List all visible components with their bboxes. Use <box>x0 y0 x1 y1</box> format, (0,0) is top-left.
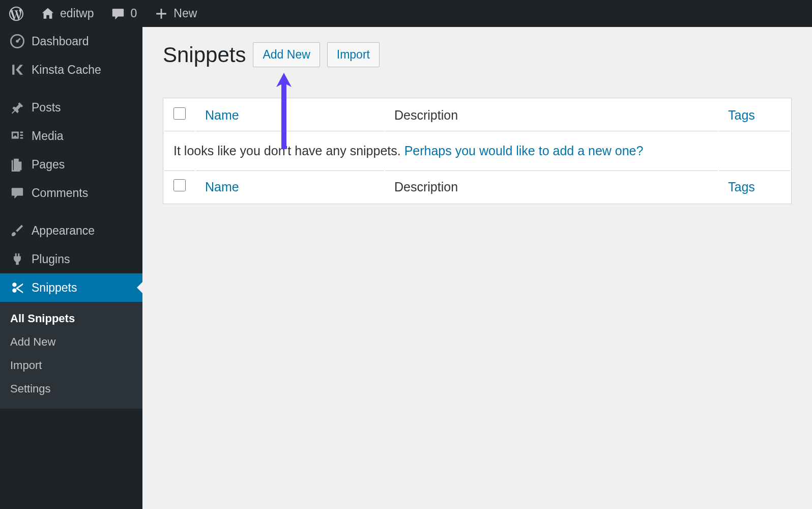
sidebar-item-plugins[interactable]: Plugins <box>0 245 142 273</box>
column-name-footer[interactable]: Name <box>196 171 384 203</box>
new-content-link[interactable]: New <box>150 7 201 21</box>
sidebar-item-label: Plugins <box>32 252 70 266</box>
select-all-checkbox-footer[interactable] <box>173 179 186 191</box>
dashboard-icon <box>10 34 24 48</box>
column-description: Description <box>385 99 718 131</box>
add-new-button[interactable]: Add New <box>253 42 320 67</box>
select-all-footer <box>164 171 195 203</box>
comments-count: 0 <box>130 7 137 20</box>
sidebar-submenu: All Snippets Add New Import Settings <box>0 302 142 409</box>
submenu-add-new[interactable]: Add New <box>0 330 142 354</box>
menu-separator <box>0 84 142 93</box>
pages-icon <box>10 157 24 172</box>
sidebar-item-label: Media <box>32 129 64 143</box>
submenu-import[interactable]: Import <box>0 354 142 377</box>
menu-separator <box>0 207 142 216</box>
new-label: New <box>173 7 197 20</box>
select-all-header <box>164 99 195 131</box>
comment-icon <box>10 186 24 200</box>
empty-row: It looks like you don't have any snippet… <box>164 132 790 169</box>
admin-sidebar: Dashboard Kinsta Cache Posts Media Pages… <box>0 27 142 509</box>
admin-bar: editwp 0 New <box>0 0 812 27</box>
sidebar-item-label: Posts <box>32 101 61 115</box>
sidebar-item-label: Comments <box>32 186 88 200</box>
column-tags-footer[interactable]: Tags <box>719 171 790 203</box>
wp-logo[interactable] <box>5 7 27 21</box>
submenu-settings[interactable]: Settings <box>0 377 142 401</box>
sidebar-item-posts[interactable]: Posts <box>0 93 142 122</box>
page-header: Snippets Add New Import <box>163 42 792 67</box>
sidebar-item-pages[interactable]: Pages <box>0 150 142 179</box>
sidebar-item-kinsta-cache[interactable]: Kinsta Cache <box>0 55 142 84</box>
site-name: editwp <box>60 7 94 20</box>
sidebar-item-dashboard[interactable]: Dashboard <box>0 27 142 55</box>
plug-icon <box>10 252 24 266</box>
empty-add-link[interactable]: Perhaps you would like to add a new one? <box>404 144 644 158</box>
scissors-icon <box>10 280 24 295</box>
sidebar-item-label: Appearance <box>32 224 95 238</box>
comments-link[interactable]: 0 <box>107 7 141 21</box>
wordpress-icon <box>9 7 23 21</box>
brush-icon <box>10 223 24 238</box>
submenu-all-snippets[interactable]: All Snippets <box>0 307 142 330</box>
sidebar-item-label: Kinsta Cache <box>32 63 101 77</box>
sidebar-item-comments[interactable]: Comments <box>0 179 142 207</box>
comment-icon <box>111 7 125 21</box>
column-tags[interactable]: Tags <box>719 99 790 131</box>
media-icon <box>10 129 24 143</box>
sidebar-item-label: Dashboard <box>32 35 89 48</box>
select-all-checkbox[interactable] <box>173 107 186 120</box>
import-button[interactable]: Import <box>327 42 380 67</box>
sidebar-item-appearance[interactable]: Appearance <box>0 216 142 245</box>
site-link[interactable]: editwp <box>37 7 98 21</box>
page-title: Snippets <box>163 43 246 67</box>
svg-point-1 <box>16 40 19 43</box>
column-name[interactable]: Name <box>196 99 384 131</box>
home-icon <box>41 7 55 21</box>
sidebar-item-label: Pages <box>32 158 65 172</box>
sidebar-item-label: Snippets <box>32 281 77 295</box>
column-description-footer: Description <box>385 171 718 203</box>
sidebar-item-media[interactable]: Media <box>0 122 142 150</box>
empty-text: It looks like you don't have any snippet… <box>173 144 404 158</box>
plus-icon <box>154 7 168 21</box>
main-content: Snippets Add New Import Name Description… <box>142 27 812 509</box>
sidebar-item-snippets[interactable]: Snippets <box>0 273 142 302</box>
snippets-table: Name Description Tags It looks like you … <box>163 98 792 204</box>
pin-icon <box>10 100 24 115</box>
kinsta-icon <box>10 63 24 77</box>
